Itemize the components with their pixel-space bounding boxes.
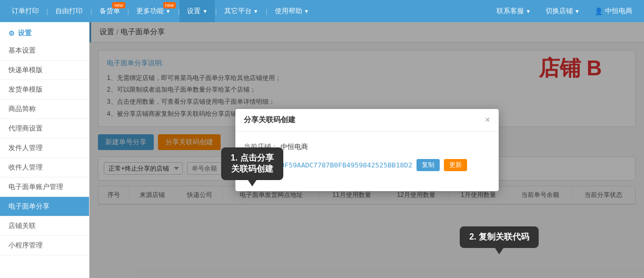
sidebar-item-basic-settings[interactable]: 基本设置 bbox=[0, 41, 89, 61]
update-button[interactable]: 更新 bbox=[444, 159, 467, 171]
dropdown-arrow-store: ▼ bbox=[574, 8, 580, 14]
nav-item-more-functions[interactable]: 更多功能 new ▼ bbox=[129, 0, 178, 22]
nav-item-backup-order[interactable]: 备货单 new bbox=[92, 0, 127, 22]
sidebar-item-store-link[interactable]: 店铺关联 bbox=[0, 216, 89, 236]
user-icon: 👤 bbox=[595, 7, 603, 15]
main-content: 设置 / 电子面单分享 店铺 B 电子面单分享说明: 1、无需绑定店铺，即可将菜… bbox=[90, 22, 644, 278]
nav-right: 联系客服 ▼ 切换店铺 ▼ 👤 中恒电商 bbox=[489, 0, 640, 22]
nav-item-free-print[interactable]: 自由打印 bbox=[48, 0, 90, 22]
sidebar-item-express-template[interactable]: 快递单模版 bbox=[0, 61, 89, 80]
sidebar-item-electronic-share[interactable]: 电子面单分享 bbox=[0, 197, 89, 216]
sidebar-section-title: ⚙ 设置 bbox=[0, 22, 89, 41]
nav-customer-service[interactable]: 联系客服 ▼ bbox=[489, 0, 538, 22]
modal-code-group: 9F59AADC7787B0FB4959842525BB18D2 复制 更新 bbox=[281, 159, 467, 171]
dropdown-arrow-cs: ▼ bbox=[526, 8, 531, 14]
nav-switch-store[interactable]: 切换店铺 ▼ bbox=[538, 0, 587, 22]
sidebar-item-product-shortname[interactable]: 商品简称 bbox=[0, 100, 89, 119]
sidebar-item-electronic-account[interactable]: 电子面单账户管理 bbox=[0, 177, 89, 197]
modal-close-button[interactable]: × bbox=[485, 115, 490, 125]
sidebar-item-sender-management[interactable]: 发件人管理 bbox=[0, 138, 89, 158]
modal-title: 分享关联码创建 bbox=[244, 115, 295, 125]
sidebar-item-delivery-template[interactable]: 发货单模版 bbox=[0, 80, 89, 100]
modal-overlay[interactable]: 分享关联码创建 × 当前店铺： 中恒电商 关联代码： 9F59AADC7787B… bbox=[90, 22, 644, 278]
tooltip-1: 1. 点击分享 关联码创建 bbox=[221, 147, 283, 180]
top-nav: 订单打印 | 自由打印 | 备货单 new | 更多功能 new ▼ | 设置 … bbox=[0, 0, 644, 22]
copy-button[interactable]: 复制 bbox=[417, 159, 440, 171]
nav-item-help[interactable]: 使用帮助 ▼ bbox=[267, 0, 316, 22]
badge-new-2: new bbox=[163, 2, 176, 8]
nav-item-other-platform[interactable]: 其它平台 ▼ bbox=[217, 0, 266, 22]
gear-icon: ⚙ bbox=[8, 29, 15, 37]
modal-code-value: 9F59AADC7787B0FB4959842525BB18D2 bbox=[281, 161, 412, 169]
dropdown-arrow-settings: ▼ bbox=[202, 8, 207, 14]
nav-item-order-print[interactable]: 订单打印 bbox=[4, 0, 46, 22]
badge-new-1: new bbox=[112, 2, 125, 8]
sidebar: ⚙ 设置 基本设置 快递单模版 发货单模版 商品简称 代理商设置 发件人管理 收… bbox=[0, 22, 90, 278]
nav-user[interactable]: 👤 中恒电商 bbox=[587, 0, 640, 22]
dropdown-arrow-more: ▼ bbox=[165, 8, 171, 14]
sidebar-item-agent-settings[interactable]: 代理商设置 bbox=[0, 119, 89, 138]
tooltip-2: 2. 复制关联代码 bbox=[460, 226, 539, 248]
sidebar-item-miniprogram[interactable]: 小程序管理 bbox=[0, 236, 89, 255]
modal-header: 分享关联码创建 × bbox=[235, 109, 499, 132]
nav-item-settings[interactable]: 设置 ▼ bbox=[180, 0, 215, 22]
dropdown-arrow-platform: ▼ bbox=[253, 8, 259, 14]
dropdown-arrow-help: ▼ bbox=[304, 8, 309, 14]
sidebar-item-recipient-management[interactable]: 收件人管理 bbox=[0, 158, 89, 177]
modal-store-value: 中恒电商 bbox=[281, 142, 308, 152]
